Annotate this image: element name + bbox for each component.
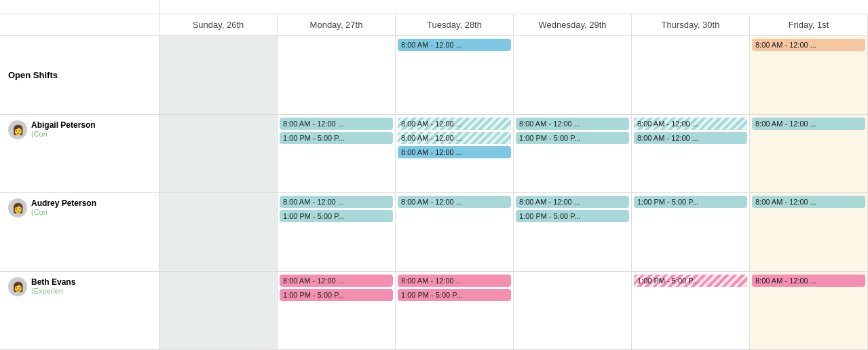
- day-header-thu: Thursday, 30th: [632, 14, 750, 35]
- person-name-3: Beth Evans: [31, 277, 75, 287]
- day-header-wed: Wednesday, 29th: [514, 14, 632, 35]
- row-label-3: 👩Beth Evans(Experien: [0, 272, 159, 350]
- shift-2-mon-0[interactable]: 8:00 AM - 12:00 ...: [280, 196, 393, 208]
- cell-1-wed: 8:00 AM - 12:00 ...1:00 PM - 5:00 P...: [514, 115, 632, 193]
- schedule-container: Sunday, 26thMonday, 27thTuesday, 28thWed…: [0, 0, 868, 350]
- grid-row-0: Open Shifts8:00 AM - 12:00 ...8:00 AM - …: [0, 36, 868, 115]
- cell-1-fri: 8:00 AM - 12:00 ...: [750, 115, 868, 193]
- person-name-1: Abigail Peterson: [31, 120, 96, 130]
- day-header-sun: Sunday, 26th: [159, 14, 278, 35]
- grid-row-1: 👩Abigail Peterson(Con8:00 AM - 12:00 ...…: [0, 115, 868, 194]
- person-info-1: Abigail Peterson(Con: [31, 120, 96, 138]
- schedule-label: [0, 14, 159, 25]
- shift-0-tue-0[interactable]: 8:00 AM - 12:00 ...: [398, 39, 511, 51]
- shift-0-fri-0[interactable]: 8:00 AM - 12:00 ...: [752, 39, 865, 51]
- shift-1-wed-0[interactable]: 8:00 AM - 12:00 ...: [516, 118, 629, 130]
- row-label-1: 👩Abigail Peterson(Con: [0, 115, 159, 193]
- avatar-1: 👩: [8, 120, 27, 139]
- shift-3-mon-0[interactable]: 8:00 AM - 12:00 ...: [280, 275, 393, 287]
- grid-body: Open Shifts8:00 AM - 12:00 ...8:00 AM - …: [0, 36, 868, 350]
- shift-2-wed-0[interactable]: 8:00 AM - 12:00 ...: [516, 196, 629, 208]
- shift-2-wed-1[interactable]: 1:00 PM - 5:00 P...: [516, 210, 629, 222]
- row-label-0: Open Shifts: [0, 36, 159, 114]
- shift-1-tue-0[interactable]: 8:00 AM - 12:00 ...: [398, 118, 511, 130]
- row-label-2: 👩Audrey Peterson(Con: [0, 193, 159, 271]
- date-range-header-row: [0, 0, 868, 14]
- cell-2-tue: 8:00 AM - 12:00 ...: [396, 193, 514, 271]
- person-info-2: Audrey Peterson(Con: [31, 198, 96, 216]
- person-role-3: (Experien: [31, 287, 75, 295]
- cell-3-sun: [159, 272, 278, 350]
- shift-1-fri-0[interactable]: 8:00 AM - 12:00 ...: [752, 118, 865, 130]
- shift-1-tue-1[interactable]: 8:00 AM - 12:00 ...: [398, 132, 511, 144]
- avatar-3: 👩: [8, 277, 27, 296]
- shift-3-thu-0[interactable]: 1:00 PM - 5:00 P...: [634, 275, 747, 287]
- cell-3-tue: 8:00 AM - 12:00 ...1:00 PM - 5:00 P...: [396, 272, 514, 350]
- date-range-title: [159, 0, 868, 14]
- cell-2-fri: 8:00 AM - 12:00 ...: [750, 193, 868, 271]
- cell-0-mon: [278, 36, 396, 114]
- shift-1-wed-1[interactable]: 1:00 PM - 5:00 P...: [516, 132, 629, 144]
- cell-0-fri: 8:00 AM - 12:00 ...: [750, 36, 868, 114]
- day-header-spacer: [0, 14, 159, 35]
- shift-1-mon-1[interactable]: 1:00 PM - 5:00 P...: [280, 132, 393, 144]
- shift-1-thu-1[interactable]: 8:00 AM - 12:00 ...: [634, 132, 747, 144]
- person-role-2: (Con: [31, 208, 96, 216]
- cell-0-wed: [514, 36, 632, 114]
- cell-0-sun: [159, 36, 278, 114]
- cell-3-wed: [514, 272, 632, 350]
- cell-3-fri: 8:00 AM - 12:00 ...: [750, 272, 868, 350]
- day-header-tue: Tuesday, 28th: [396, 14, 514, 35]
- shift-2-tue-0[interactable]: 8:00 AM - 12:00 ...: [398, 196, 511, 208]
- shift-2-thu-0[interactable]: 1:00 PM - 5:00 P...: [634, 196, 747, 208]
- cell-3-thu: 1:00 PM - 5:00 P...: [632, 272, 750, 350]
- shift-1-tue-2[interactable]: 8:00 AM - 12:00 ...: [398, 146, 511, 158]
- shift-3-fri-0[interactable]: 8:00 AM - 12:00 ...: [752, 275, 865, 287]
- shift-3-tue-0[interactable]: 8:00 AM - 12:00 ...: [398, 275, 511, 287]
- shift-1-thu-0[interactable]: 8:00 AM - 12:00 ...: [634, 118, 747, 130]
- cell-0-tue: 8:00 AM - 12:00 ...: [396, 36, 514, 114]
- cell-2-sun: [159, 193, 278, 271]
- avatar-2: 👩: [8, 198, 27, 217]
- cell-3-mon: 8:00 AM - 12:00 ...1:00 PM - 5:00 P...: [278, 272, 396, 350]
- cell-1-tue: 8:00 AM - 12:00 ...8:00 AM - 12:00 ...8:…: [396, 115, 514, 193]
- cell-2-wed: 8:00 AM - 12:00 ...1:00 PM - 5:00 P...: [514, 193, 632, 271]
- shift-2-fri-0[interactable]: 8:00 AM - 12:00 ...: [752, 196, 865, 208]
- shift-2-mon-1[interactable]: 1:00 PM - 5:00 P...: [280, 210, 393, 222]
- cell-1-sun: [159, 115, 278, 193]
- cell-2-mon: 8:00 AM - 12:00 ...1:00 PM - 5:00 P...: [278, 193, 396, 271]
- cell-0-thu: [632, 36, 750, 114]
- person-role-1: (Con: [31, 130, 96, 138]
- day-header-fri: Friday, 1st: [750, 14, 868, 35]
- shift-3-mon-1[interactable]: 1:00 PM - 5:00 P...: [280, 289, 393, 301]
- person-info-3: Beth Evans(Experien: [31, 277, 75, 295]
- day-headers-row: Sunday, 26thMonday, 27thTuesday, 28thWed…: [0, 14, 868, 36]
- person-name-2: Audrey Peterson: [31, 198, 96, 208]
- grid-row-2: 👩Audrey Peterson(Con8:00 AM - 12:00 ...1…: [0, 193, 868, 272]
- shift-3-tue-1[interactable]: 1:00 PM - 5:00 P...: [398, 289, 511, 301]
- grid-row-3: 👩Beth Evans(Experien8:00 AM - 12:00 ...1…: [0, 272, 868, 351]
- cell-2-thu: 1:00 PM - 5:00 P...: [632, 193, 750, 271]
- day-header-mon: Monday, 27th: [278, 14, 396, 35]
- open-shifts-label: Open Shifts: [8, 70, 58, 80]
- shift-1-mon-0[interactable]: 8:00 AM - 12:00 ...: [280, 118, 393, 130]
- cell-1-mon: 8:00 AM - 12:00 ...1:00 PM - 5:00 P...: [278, 115, 396, 193]
- top-left-spacer: [0, 0, 159, 14]
- cell-1-thu: 8:00 AM - 12:00 ...8:00 AM - 12:00 ...: [632, 115, 750, 193]
